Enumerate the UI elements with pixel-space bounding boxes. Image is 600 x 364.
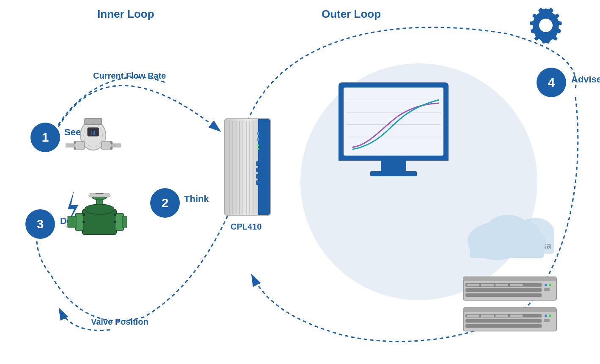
svg-point-10 — [110, 141, 113, 144]
svg-point-67 — [545, 284, 547, 286]
cloud-illustration — [457, 207, 554, 264]
node-4-circle: 4 — [537, 68, 566, 97]
svg-rect-19 — [89, 194, 110, 197]
svg-rect-38 — [257, 138, 259, 141]
svg-point-26 — [83, 221, 85, 223]
svg-point-79 — [545, 315, 547, 317]
cpl410-label: CPL410 — [231, 222, 261, 232]
svg-point-9 — [74, 147, 76, 150]
svg-rect-57 — [470, 241, 544, 258]
svg-rect-74 — [465, 324, 542, 328]
server-rack-illustration — [459, 275, 561, 336]
svg-rect-40 — [257, 148, 259, 150]
svg-rect-7 — [111, 144, 121, 147]
monitor-illustration — [339, 82, 449, 176]
svg-rect-75 — [467, 315, 479, 317]
svg-rect-62 — [465, 293, 542, 297]
svg-point-8 — [74, 141, 76, 144]
svg-point-28 — [114, 221, 116, 223]
node-3-circle: 3 — [25, 209, 55, 239]
svg-point-24 — [85, 204, 114, 214]
gear-icon — [527, 6, 565, 46]
svg-rect-77 — [495, 315, 508, 317]
valve-position-label: Valve Position — [91, 317, 149, 327]
svg-point-11 — [110, 147, 113, 150]
svg-rect-23 — [123, 216, 127, 227]
svg-rect-37 — [257, 132, 259, 135]
node-2-circle: 2 — [150, 188, 180, 218]
svg-rect-71 — [463, 308, 556, 312]
svg-point-80 — [549, 315, 551, 317]
cpl410-device — [224, 118, 271, 216]
outer-loop-label: Outer Loop — [322, 8, 381, 21]
diagram-container: Inner Loop Outer Loop Current Flow Rate … — [0, 0, 600, 364]
svg-rect-39 — [257, 145, 259, 146]
svg-text:|||: ||| — [91, 130, 95, 135]
svg-rect-66 — [510, 284, 523, 286]
inner-loop-label: Inner Loop — [97, 8, 154, 21]
svg-rect-41 — [256, 161, 259, 166]
node-4-label: Advise — [571, 74, 600, 85]
svg-rect-73 — [465, 319, 542, 323]
svg-rect-63 — [467, 284, 479, 286]
svg-rect-43 — [256, 174, 259, 178]
valve-illustration — [59, 186, 127, 255]
svg-rect-3 — [85, 118, 102, 125]
svg-rect-6 — [66, 144, 75, 147]
svg-rect-61 — [465, 288, 542, 292]
svg-rect-78 — [510, 315, 523, 317]
svg-rect-69 — [544, 288, 550, 291]
flow-meter-illustration: ||| — [66, 110, 121, 179]
svg-rect-81 — [544, 319, 550, 322]
svg-rect-22 — [68, 216, 76, 227]
current-flow-rate-label: Current Flow Rate — [93, 71, 166, 81]
svg-rect-59 — [463, 277, 556, 281]
svg-rect-42 — [256, 168, 259, 172]
node-1-circle: 1 — [30, 123, 60, 152]
svg-rect-64 — [481, 284, 494, 286]
node-2-label: Think — [184, 194, 209, 205]
svg-point-27 — [114, 213, 116, 216]
svg-point-1 — [539, 19, 553, 32]
svg-rect-44 — [256, 181, 259, 185]
svg-point-25 — [83, 213, 85, 216]
svg-rect-65 — [495, 284, 508, 286]
svg-point-68 — [549, 284, 551, 286]
svg-rect-76 — [481, 315, 494, 317]
